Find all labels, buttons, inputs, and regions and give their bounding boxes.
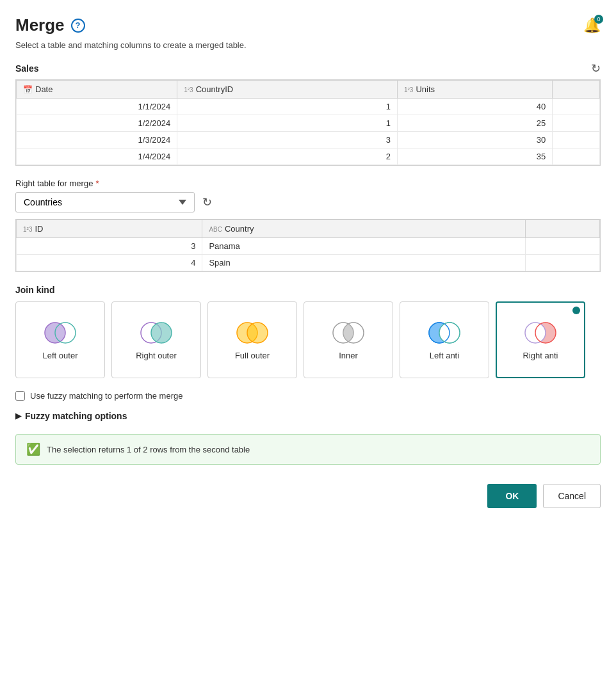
footer-buttons: OK Cancel [15,484,601,508]
table-row: 1/4/2024 2 35 [17,148,600,165]
fuzzy-options-toggle[interactable]: ▶ Fuzzy matching options [15,411,601,421]
cell-units: 25 [397,115,552,132]
right-table: 1²3ID ABCCountry 3 Panama 4 Spain [16,220,600,271]
cell-empty [553,115,600,132]
left-table-refresh-button[interactable]: ↻ [591,61,601,76]
right-table-select[interactable]: Countries [15,192,195,212]
cell-empty [553,99,600,115]
right-table-refresh-button[interactable]: ↻ [202,195,212,209]
status-text: The selection returns 1 of 2 rows from t… [47,445,250,454]
cell-date: 1/2/2024 [17,115,177,132]
col-empty1 [553,81,600,99]
left-table-wrapper: 📅Date 1²3CountryID 1²3Units 1/1/2024 1 4… [15,79,601,166]
right-anti-venn [521,320,560,346]
required-star: * [95,179,99,188]
table-row: 1/2/2024 1 25 [17,115,600,132]
cell-units: 40 [397,99,552,115]
join-kind-grid: Left outer Right outer Full outer Inner [15,301,601,378]
dropdown-row: Countries ↻ [15,192,601,212]
left-outer-venn [41,320,79,346]
table-row: 1/1/2024 1 40 [17,99,600,115]
cell-units: 30 [397,132,552,148]
left-table: 📅Date 1²3CountryID 1²3Units 1/1/2024 1 4… [16,80,600,165]
chevron-right-icon: ▶ [15,412,21,420]
svg-point-5 [247,323,268,343]
right-table-wrapper: 1²3ID ABCCountry 3 Panama 4 Spain [15,219,601,272]
check-circle-icon: ✅ [26,442,40,456]
inner-label: Inner [339,351,358,360]
cell-id: 4 [17,255,202,271]
help-icon[interactable]: ? [71,19,85,33]
fuzzy-matching-label: Use fuzzy matching to perform the merge [30,391,182,401]
col-empty2 [525,220,599,238]
cell-country: Panama [202,238,525,255]
cell-empty [525,238,599,255]
left-outer-label: Left outer [43,351,78,360]
ok-button[interactable]: OK [487,484,537,508]
right-table-label: Right table for merge [15,179,93,188]
header-row: Merge ? 🔔 0 [15,15,601,35]
table-row: 4 Spain [17,255,600,271]
table-row: 3 Panama [17,238,600,255]
right-table-dropdown-label: Right table for merge * [15,179,601,188]
right-outer-venn [137,320,175,346]
col-country: ABCCountry [202,220,525,238]
cell-units: 35 [397,148,552,165]
cell-date: 1/3/2024 [17,132,177,148]
bell-badge: 0 [594,15,603,24]
join-card-right-outer[interactable]: Right outer [111,301,201,378]
fuzzy-matching-row: Use fuzzy matching to perform the merge [15,391,601,401]
full-outer-venn [233,320,272,346]
subtitle: Select a table and matching columns to c… [15,40,601,50]
join-card-full-outer[interactable]: Full outer [207,301,297,378]
cell-date: 1/1/2024 [17,99,177,115]
cell-countryid: 1 [177,99,398,115]
right-outer-label: Right outer [136,351,177,360]
fuzzy-matching-checkbox[interactable] [15,391,25,401]
svg-point-3 [151,323,172,343]
cell-countryid: 3 [177,132,398,148]
cell-empty [525,255,599,271]
left-table-section-label: Sales ↻ [15,61,601,76]
left-anti-label: Left anti [430,351,459,360]
cell-empty [553,148,600,165]
cell-date: 1/4/2024 [17,148,177,165]
left-anti-venn [425,320,464,346]
cell-countryid: 1 [177,115,398,132]
col-units: 1²3Units [397,81,552,99]
title-group: Merge ? [15,15,85,35]
full-outer-label: Full outer [235,351,270,360]
cell-country: Spain [202,255,525,271]
cancel-button[interactable]: Cancel [543,484,601,508]
join-card-inner[interactable]: Inner [304,301,393,378]
join-card-left-anti[interactable]: Left anti [400,301,489,378]
cell-countryid: 2 [177,148,398,165]
left-table-label: Sales [15,63,39,74]
bell-icon-wrapper[interactable]: 🔔 0 [583,17,601,34]
fuzzy-options-label: Fuzzy matching options [25,411,127,421]
table-row: 1/3/2024 3 30 [17,132,600,148]
col-countryid: 1²3CountryID [177,81,398,99]
col-id: 1²3ID [17,220,202,238]
status-banner: ✅ The selection returns 1 of 2 rows from… [15,434,601,465]
join-card-left-outer[interactable]: Left outer [15,301,105,378]
join-card-right-anti[interactable]: Right anti [496,301,585,378]
cell-id: 3 [17,238,202,255]
join-kind-label: Join kind [15,285,601,295]
col-date: 📅Date [17,81,177,99]
right-anti-label: Right anti [523,351,558,360]
page-title: Merge [15,15,65,35]
selected-dot [572,307,580,314]
cell-empty [553,132,600,148]
inner-venn [329,320,368,346]
